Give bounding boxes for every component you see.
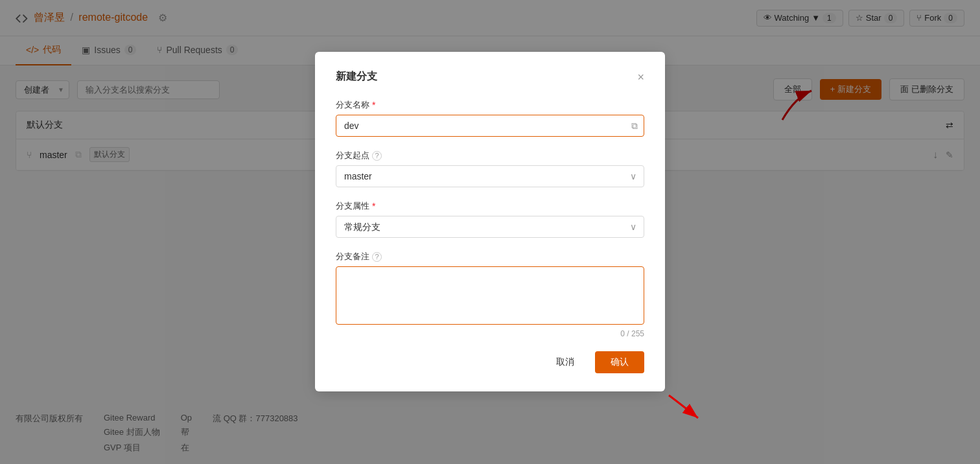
cancel-button[interactable]: 取消 [543,351,587,373]
branch-start-label: 分支起点 ? [336,150,644,161]
branch-start-group: 分支起点 ? master [336,150,644,187]
modal: 新建分支 × 分支名称 * ⧉ 分支起点 ? master [315,52,665,391]
branch-name-input-wrapper: ⧉ [336,115,644,137]
branch-name-input[interactable] [336,115,644,137]
modal-close-button[interactable]: × [637,71,644,83]
copy-name-icon[interactable]: ⧉ [631,121,638,132]
modal-overlay[interactable]: 新建分支 × 分支名称 * ⧉ 分支起点 ? master [0,0,980,464]
branch-name-group: 分支名称 * ⧉ [336,99,644,137]
name-required-mark: * [372,100,375,110]
modal-title: 新建分支 [336,70,377,84]
branch-attr-select-wrapper: 常规分支 [336,216,644,238]
branch-attr-select[interactable]: 常规分支 [336,216,644,238]
confirm-button[interactable]: 确认 [595,351,644,373]
attr-required-mark: * [372,201,375,211]
branch-note-group: 分支备注 ? 0 / 255 [336,251,644,338]
modal-footer: 取消 确认 [336,351,644,373]
branch-start-select-wrapper: master [336,165,644,187]
branch-attr-label: 分支属性 * [336,200,644,212]
note-help-icon[interactable]: ? [372,252,382,262]
branch-start-select[interactable]: master [336,165,644,187]
branch-note-textarea[interactable] [336,266,644,325]
modal-header: 新建分支 × [336,70,644,84]
branch-attr-group: 分支属性 * 常规分支 [336,200,644,238]
branch-note-label: 分支备注 ? [336,251,644,262]
start-help-icon[interactable]: ? [372,151,382,161]
branch-name-label: 分支名称 * [336,99,644,111]
textarea-count: 0 / 255 [336,329,644,338]
